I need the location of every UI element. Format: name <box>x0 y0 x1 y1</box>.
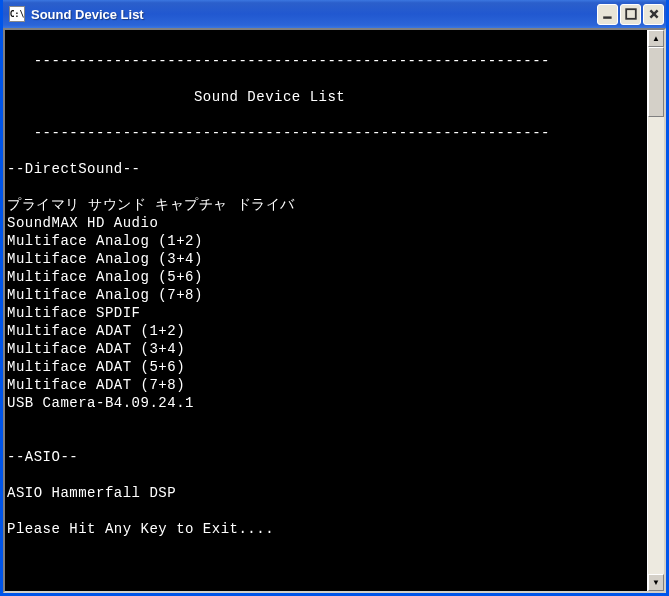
console-line: Multiface Analog (5+6) <box>7 268 645 286</box>
window-title: Sound Device List <box>31 7 597 22</box>
console-line: SoundMAX HD Audio <box>7 214 645 232</box>
console-line: Multiface Analog (1+2) <box>7 232 645 250</box>
maximize-button[interactable] <box>620 4 641 25</box>
console-line <box>7 466 645 484</box>
scroll-thumb[interactable] <box>648 47 664 117</box>
console-line: --ASIO-- <box>7 448 645 466</box>
console-line <box>7 106 645 124</box>
console-line: Multiface Analog (3+4) <box>7 250 645 268</box>
svg-rect-1 <box>626 9 636 19</box>
console-line: --DirectSound-- <box>7 160 645 178</box>
app-window: C:\ Sound Device List ------------------… <box>0 0 669 596</box>
scroll-up-button[interactable]: ▲ <box>648 30 664 47</box>
scroll-down-button[interactable]: ▼ <box>648 574 664 591</box>
client-area: ----------------------------------------… <box>3 28 666 593</box>
window-controls <box>597 4 664 25</box>
console-line: Multiface ADAT (5+6) <box>7 358 645 376</box>
minimize-button[interactable] <box>597 4 618 25</box>
vertical-scrollbar[interactable]: ▲ ▼ <box>647 30 664 591</box>
console-line: Multiface SPDIF <box>7 304 645 322</box>
console-line <box>7 502 645 520</box>
console-line: ----------------------------------------… <box>7 124 645 142</box>
console-line: Sound Device List <box>7 88 645 106</box>
console-line <box>7 178 645 196</box>
console-line: Multiface ADAT (7+8) <box>7 376 645 394</box>
console-line: Multiface ADAT (1+2) <box>7 322 645 340</box>
scroll-track[interactable] <box>648 47 664 574</box>
console-line <box>7 70 645 88</box>
console-line <box>7 412 645 430</box>
console-line <box>7 142 645 160</box>
svg-rect-0 <box>603 16 611 18</box>
console-line: USB Camera-B4.09.24.1 <box>7 394 645 412</box>
console-line <box>7 34 645 52</box>
console-line: Multiface Analog (7+8) <box>7 286 645 304</box>
console-output[interactable]: ----------------------------------------… <box>5 30 647 591</box>
console-line: プライマリ サウンド キャプチャ ドライバ <box>7 196 645 214</box>
console-line: Please Hit Any Key to Exit.... <box>7 520 645 538</box>
console-line <box>7 430 645 448</box>
close-button[interactable] <box>643 4 664 25</box>
titlebar[interactable]: C:\ Sound Device List <box>3 0 666 28</box>
console-line: ----------------------------------------… <box>7 52 645 70</box>
app-icon: C:\ <box>9 6 25 22</box>
console-line: Multiface ADAT (3+4) <box>7 340 645 358</box>
console-line: ASIO Hammerfall DSP <box>7 484 645 502</box>
